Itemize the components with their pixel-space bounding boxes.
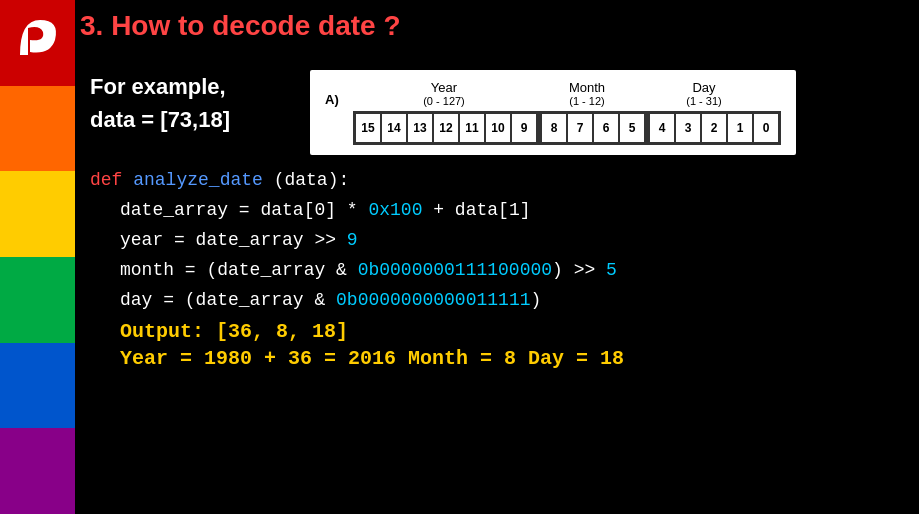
bit-4: 4: [649, 113, 675, 143]
year-line: year = date_array >> 9: [90, 230, 909, 250]
def-keyword: def: [90, 170, 122, 190]
bit-diagram-inner: A) Year (0 - 127) Month (1 - 12) Day (1 …: [325, 80, 781, 145]
bit-2: 2: [701, 113, 727, 143]
diagram-label-a: A): [325, 92, 353, 107]
bit-10: 10: [485, 113, 511, 143]
diagram-year-header: Year (0 - 127): [353, 80, 535, 107]
bit-12: 12: [433, 113, 459, 143]
day-line: day = (date_array & 0b0000000000011111): [90, 290, 909, 310]
month-text2: ) >>: [552, 260, 606, 280]
month-bits: 8 7 6 5: [537, 111, 647, 145]
month-line: month = (date_array & 0b0000000111100000…: [90, 260, 909, 280]
date-array-text2: + data[1]: [422, 200, 530, 220]
page-title: 3. How to decode date ?: [80, 10, 909, 42]
bar-orange: [0, 86, 75, 172]
date-array-text1: date_array = data[0] *: [120, 200, 368, 220]
bit-3: 3: [675, 113, 701, 143]
output-line2: Year = 1980 + 36 = 2016 Month = 8 Day = …: [120, 347, 909, 370]
day-text2: ): [530, 290, 541, 310]
diagram-month-header: Month (1 - 12): [535, 80, 639, 107]
month-label: Month: [535, 80, 639, 95]
bit-cells-row: 15 14 13 12 11 10 9 8 7 6 5: [353, 111, 781, 145]
code-section: def analyze_date (data): date_array = da…: [90, 170, 909, 370]
bit-8: 8: [541, 113, 567, 143]
bit-9: 9: [511, 113, 537, 143]
day-label: Day: [639, 80, 769, 95]
year-range: (0 - 127): [353, 95, 535, 107]
shift-5: 5: [606, 260, 617, 280]
bit-14: 14: [381, 113, 407, 143]
day-range: (1 - 31): [639, 95, 769, 107]
diagram-day-header: Day (1 - 31): [639, 80, 769, 107]
bit-6: 6: [593, 113, 619, 143]
func-name: analyze_date: [133, 170, 263, 190]
hex-100: 0x100: [368, 200, 422, 220]
year-label: Year: [353, 80, 535, 95]
example-text: For example, data = [73,18]: [90, 70, 290, 136]
example-label2: data = [73,18]: [90, 103, 290, 136]
def-line: def analyze_date (data):: [90, 170, 909, 190]
example-label1: For example,: [90, 70, 290, 103]
year-bits: 15 14 13 12 11 10 9: [353, 111, 539, 145]
logo: [5, 5, 70, 70]
bit-13: 13: [407, 113, 433, 143]
day-mask: 0b0000000000011111: [336, 290, 530, 310]
shift-9: 9: [347, 230, 358, 250]
bar-yellow: [0, 171, 75, 257]
main-content: For example, data = [73,18] A) Year (0 -…: [90, 70, 909, 504]
bit-7: 7: [567, 113, 593, 143]
output-section: Output: [36, 8, 18] Year = 1980 + 36 = 2…: [90, 320, 909, 370]
month-range: (1 - 12): [535, 95, 639, 107]
bit-diagram: A) Year (0 - 127) Month (1 - 12) Day (1 …: [310, 70, 796, 155]
bar-blue: [0, 343, 75, 429]
example-section: For example, data = [73,18] A) Year (0 -…: [90, 70, 909, 155]
bit-1: 1: [727, 113, 753, 143]
bit-15: 15: [355, 113, 381, 143]
year-text1: year = date_array >>: [120, 230, 347, 250]
bar-green: [0, 257, 75, 343]
day-text1: day = (date_array &: [120, 290, 336, 310]
header: 3. How to decode date ?: [80, 10, 909, 42]
output-line1: Output: [36, 8, 18]: [120, 320, 909, 343]
date-array-line: date_array = data[0] * 0x100 + data[1]: [90, 200, 909, 220]
month-text1: month = (date_array &: [120, 260, 358, 280]
bit-0: 0: [753, 113, 779, 143]
func-args: (data):: [274, 170, 350, 190]
bit-5: 5: [619, 113, 645, 143]
left-bar: [0, 0, 75, 514]
bar-purple: [0, 428, 75, 514]
day-bits: 4 3 2 1 0: [645, 111, 781, 145]
bit-11: 11: [459, 113, 485, 143]
month-mask: 0b0000000111100000: [358, 260, 552, 280]
